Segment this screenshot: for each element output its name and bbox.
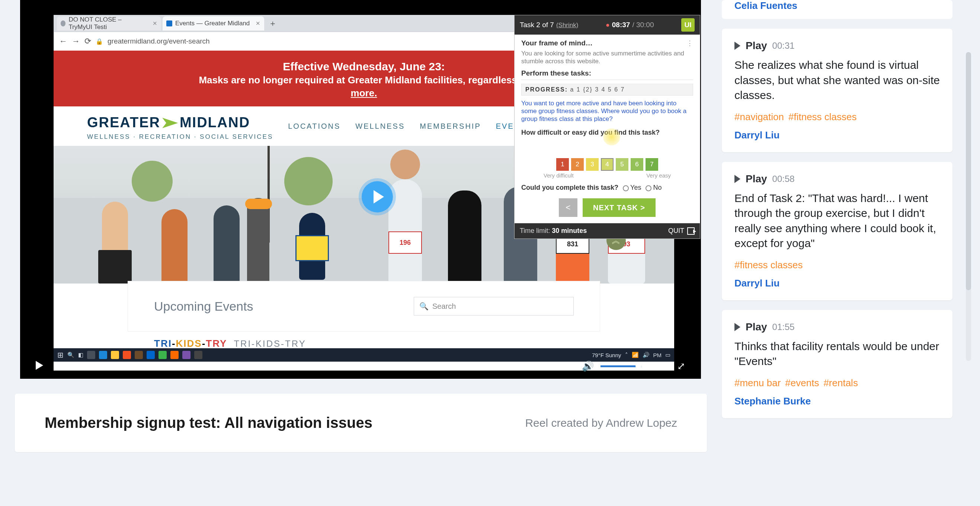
task-counter: Task 2 of 7 <box>520 21 554 29</box>
notification-icon[interactable]: ▭ <box>665 352 670 358</box>
start-icon[interactable]: ⊞ <box>57 350 64 360</box>
scale-3[interactable]: 3 <box>586 158 599 171</box>
search-input[interactable]: 🔍 Search <box>414 297 574 315</box>
clock[interactable]: PM <box>653 352 662 358</box>
annotation-author[interactable]: Darryl Liu <box>735 278 940 289</box>
brand-tagline: WELLNESS · RECREATION · SOCIAL SERVICES <box>87 133 273 141</box>
browser-tab-1[interactable]: DO NOT CLOSE – TryMyUI Testi ✕ <box>57 16 161 30</box>
tag-link[interactable]: #events <box>785 377 819 389</box>
play-icon[interactable] <box>735 42 740 50</box>
nav-membership[interactable]: MEMBERSHIP <box>420 122 481 130</box>
tag-link[interactable]: #menu bar <box>735 377 781 389</box>
timestamp: 00:58 <box>772 174 795 184</box>
annotation-author[interactable]: Darryl Liu <box>735 129 940 141</box>
url-text[interactable]: greatermidland.org/event-search <box>108 37 210 45</box>
quit-button[interactable]: QUIT <box>668 227 695 235</box>
radio-yes[interactable]: Yes <box>623 184 641 192</box>
tab-title: Events — Greater Midland <box>175 20 250 27</box>
search-icon: 🔍 <box>419 302 429 311</box>
browser-tab-2[interactable]: Events — Greater Midland ✕ <box>162 16 264 30</box>
task-view-icon[interactable]: ◧ <box>78 352 83 358</box>
annotation-author[interactable]: Celia Fuentes <box>735 0 940 11</box>
taskbar-app-icon[interactable] <box>182 351 191 359</box>
annotation-body: End of Task 2: "That was hard!... I went… <box>735 191 940 251</box>
chevron-up-icon[interactable]: ˄ <box>625 352 628 358</box>
tag-link[interactable]: #navigation <box>735 111 784 123</box>
seek-bar[interactable] <box>54 365 540 367</box>
annotation-card: Play 00:58 End of Task 2: "That was hard… <box>722 162 953 300</box>
annotation-author[interactable]: Stephanie Burke <box>735 396 940 407</box>
taskbar-app-icon[interactable] <box>135 351 143 359</box>
tab-title: DO NOT CLOSE – TryMyUI Testi <box>68 16 146 31</box>
fullscreen-icon[interactable]: ⤢ <box>677 361 685 372</box>
taskbar-app-icon[interactable] <box>99 351 107 359</box>
shrink-link[interactable]: (Shrink) <box>556 22 579 29</box>
scale-6[interactable]: 6 <box>631 158 643 171</box>
scale-4[interactable]: 4 <box>601 158 614 171</box>
play-button[interactable] <box>36 361 43 371</box>
settings-icon[interactable]: ⚙ <box>648 361 657 372</box>
taskbar-app-icon[interactable] <box>123 351 131 359</box>
scrollbar[interactable] <box>966 52 971 361</box>
add-tab-button[interactable]: ＋ <box>269 18 277 29</box>
nav-wellness[interactable]: WELLNESS <box>355 122 405 130</box>
search-icon[interactable]: 🔍 <box>67 352 75 358</box>
close-icon[interactable]: ✕ <box>153 20 158 27</box>
play-overlay-button[interactable] <box>362 181 393 212</box>
tag-link[interactable]: #rentals <box>823 377 858 389</box>
record-icon: ● <box>606 21 610 29</box>
reload-icon[interactable]: ⟳ <box>84 37 91 46</box>
nav-locations[interactable]: LOCATIONS <box>288 122 340 130</box>
annotation-tags: #menu bar #events #rentals <box>735 377 940 389</box>
taskbar-app-icon[interactable] <box>159 351 167 359</box>
scale-5[interactable]: 5 <box>616 158 628 171</box>
perform-tasks-title: Perform these tasks: <box>521 69 693 77</box>
left-column: DO NOT CLOSE – TryMyUI Testi ✕ Events — … <box>15 0 707 506</box>
volume-icon[interactable]: 🔊 <box>582 361 594 372</box>
weather-widget[interactable]: 79°F Sunny <box>592 352 621 358</box>
pip-icon[interactable]: ⧉ <box>663 361 670 372</box>
timestamp: 01:55 <box>772 322 795 332</box>
scale-7[interactable]: 7 <box>646 158 658 171</box>
complete-question: Could you complete this task? Yes No <box>521 184 693 192</box>
play-label[interactable]: Play <box>746 40 767 52</box>
volume-icon[interactable]: 🔊 <box>643 352 650 358</box>
cursor-highlight <box>603 128 620 145</box>
event-logo: TRI-KIDS-TRY <box>154 338 227 349</box>
volume-slider[interactable] <box>600 365 641 367</box>
annotation-tags: #fitness classes <box>735 259 940 271</box>
seek-handle[interactable] <box>54 363 60 369</box>
play-icon[interactable] <box>735 323 740 331</box>
play-label[interactable]: Play <box>746 173 767 185</box>
next-task-button[interactable]: NEXT TASK > <box>583 198 655 217</box>
taskbar-app-icon[interactable] <box>87 351 95 359</box>
brand-logo[interactable]: GREATER➤MIDLAND WELLNESS · RECREATION · … <box>87 114 273 141</box>
kebab-icon[interactable]: ⋮ <box>686 39 693 47</box>
taskbar-app-icon[interactable] <box>111 351 119 359</box>
task-panel: Task 2 of 7 (Shrink) ● 08:37 / 30:00 UI … <box>514 15 700 239</box>
task-panel-footer: Time limit: 30 minutes QUIT <box>515 223 700 239</box>
forward-icon[interactable]: → <box>72 37 80 46</box>
annotation-card: Play 01:55 Thinks that facility rentals … <box>722 310 953 418</box>
taskbar-app-icon[interactable] <box>170 351 178 359</box>
reel-byline: Reel created by Andrew Lopez <box>525 417 677 430</box>
tag-link[interactable]: #fitness classes <box>735 259 803 271</box>
scale-1[interactable]: 1 <box>556 158 569 171</box>
play-icon[interactable] <box>735 175 740 183</box>
tag-link[interactable]: #fitness classes <box>788 111 857 123</box>
time-limit: Time limit: 30 minutes <box>520 227 587 235</box>
radio-no[interactable]: No <box>646 184 662 192</box>
scale-2[interactable]: 2 <box>571 158 584 171</box>
back-button[interactable]: < <box>559 198 578 217</box>
wifi-icon[interactable]: 📶 <box>632 352 639 358</box>
close-icon[interactable]: ✕ <box>256 20 261 27</box>
arrow-icon: ➤ <box>161 114 179 131</box>
events-title: Upcoming Events <box>154 299 253 313</box>
play-label[interactable]: Play <box>746 321 767 333</box>
back-icon[interactable]: ← <box>59 37 67 46</box>
scrollbar-thumb[interactable] <box>966 52 971 290</box>
event-name: TRI-KIDS-TRY <box>234 339 306 349</box>
taskbar-app-icon[interactable] <box>146 351 155 359</box>
taskbar-app-icon[interactable] <box>194 351 202 359</box>
frame-of-mind-title: Your frame of mind… <box>521 39 593 47</box>
